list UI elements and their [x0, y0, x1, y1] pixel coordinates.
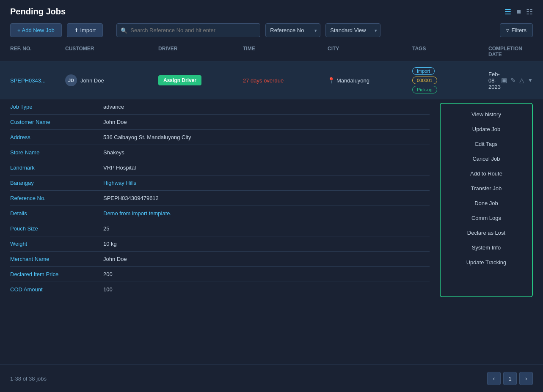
tag-000001: 000001	[412, 77, 437, 84]
label-barangay: Barangay	[10, 180, 103, 186]
value-landmark: VRP Hospital	[103, 164, 430, 171]
row-actions: ▣ ✎ △ ▼	[501, 77, 533, 84]
customer-name: John Doe	[80, 77, 104, 84]
detail-row-job-type: Job Type advance	[10, 99, 430, 115]
label-declared-item-price: Declared Item Price	[10, 271, 103, 277]
value-job-type: advance	[103, 104, 430, 110]
tag-pickup: Pick-up	[412, 86, 437, 93]
menu-item-transfer-job[interactable]: Transfer Job	[441, 181, 532, 196]
label-job-type: Job Type	[10, 104, 103, 110]
col-completion-date: Completion Date	[488, 46, 533, 58]
copy-icon[interactable]: ▣	[501, 77, 507, 84]
detail-row-barangay: Barangay Highway Hills	[10, 175, 430, 191]
chevron-down-icon[interactable]: ▼	[528, 77, 533, 83]
calendar-view-icon[interactable]: ■	[516, 7, 521, 16]
menu-item-declare-as-lost[interactable]: Declare as Lost	[441, 225, 532, 240]
label-ref-no: Reference No.	[10, 195, 103, 201]
search-input[interactable]	[116, 23, 260, 37]
value-customer-name: John Doe	[103, 119, 430, 125]
filters-button[interactable]: ▿ Filters	[500, 23, 533, 37]
label-details: Details	[10, 210, 103, 217]
menu-item-system-info[interactable]: System Info	[441, 240, 532, 255]
completion-date: Feb-08-2023	[488, 71, 501, 90]
value-address: 536 Calbayog St. Mandaluyong City	[103, 134, 430, 140]
col-ref-no: Ref. No.	[10, 46, 65, 58]
list-view-icon[interactable]: ☰	[504, 7, 511, 16]
assign-driver-button[interactable]: Assign Driver	[158, 75, 201, 85]
table-row-data: SPEPH0343... JD John Doe Assign Driver 2…	[0, 61, 543, 99]
pin-icon: 📍	[328, 77, 335, 84]
next-page-button[interactable]: ›	[519, 372, 533, 385]
value-pouch-size: 25	[103, 225, 430, 232]
menu-item-update-tracking[interactable]: Update Tracking	[441, 255, 532, 270]
table-row: SPEPH0343... JD John Doe Assign Driver 2…	[0, 61, 543, 306]
overdue-time: 27 days overdue	[243, 77, 284, 84]
label-merchant-name: Merchant Name	[10, 256, 103, 262]
customer-cell: JD John Doe	[65, 74, 158, 86]
page-header: Pending Jobs ☰ ■ ☷	[0, 0, 543, 20]
detail-row-address: Address 536 Calbayog St. Mandaluyong Cit…	[10, 130, 430, 145]
prev-page-button[interactable]: ‹	[487, 372, 501, 385]
menu-item-edit-tags[interactable]: Edit Tags	[441, 137, 532, 151]
tags-cell: Import 000001 Pick-up	[412, 67, 488, 93]
detail-row-declared-item-price: Declared Item Price 200	[10, 267, 430, 282]
label-store-name: Store Name	[10, 149, 103, 156]
add-new-job-button[interactable]: + Add New Job	[10, 23, 62, 37]
detail-row-merchant-name: Merchant Name John Doe	[10, 252, 430, 267]
detail-row-cod-amount: COD Amount 100	[10, 282, 430, 297]
col-tags: Tags	[412, 46, 488, 58]
detail-fields: Job Type advance Customer Name John Doe …	[10, 99, 440, 297]
label-landmark: Landmark	[10, 164, 103, 171]
ref-no-value[interactable]: SPEPH0343...	[10, 77, 65, 84]
map-view-icon[interactable]: ☷	[526, 7, 533, 16]
menu-item-add-to-route[interactable]: Add to Route	[441, 166, 532, 181]
value-barangay[interactable]: Highway Hills	[103, 180, 430, 186]
menu-item-cancel-job[interactable]: Cancel Job	[441, 151, 532, 166]
tag-import: Import	[412, 67, 435, 75]
label-pouch-size: Pouch Size	[10, 225, 103, 232]
menu-item-update-job[interactable]: Update Job	[441, 122, 532, 137]
detail-row-ref-no: Reference No. SPEPH034309479612	[10, 191, 430, 206]
value-merchant-name: John Doe	[103, 256, 430, 262]
jobs-count: 1-38 of 38 jobs	[10, 376, 47, 382]
footer: 1-38 of 38 jobs ‹ 1 ›	[0, 365, 543, 392]
menu-item-comm-logs[interactable]: Comm Logs	[441, 211, 532, 225]
standard-view-select-wrapper: Standard View	[325, 23, 380, 37]
reference-no-select-wrapper: Reference No	[265, 23, 320, 37]
toolbar: + Add New Job ⬆ Import 🔍 Reference No St…	[0, 20, 543, 42]
current-page: 1	[503, 372, 517, 385]
label-cod-amount: COD Amount	[10, 286, 103, 293]
label-weight: Weight	[10, 241, 103, 247]
detail-row-customer-name: Customer Name John Doe	[10, 115, 430, 130]
detail-row-store-name: Store Name Shakeys	[10, 145, 430, 160]
detail-row-landmark: Landmark VRP Hospital	[10, 160, 430, 175]
warning-icon[interactable]: △	[519, 77, 524, 84]
col-customer: Customer	[65, 46, 158, 58]
city-value: Mandaluyong	[336, 77, 369, 84]
value-ref-no: SPEPH034309479612	[103, 195, 430, 201]
reference-no-select[interactable]: Reference No	[265, 23, 320, 37]
value-store-name: Shakeys	[103, 149, 430, 156]
col-city: City	[328, 46, 412, 58]
jobs-table: Ref. No. Customer Driver Time City Tags …	[0, 42, 543, 306]
completion-date-cell: Feb-08-2023 ▣ ✎ △ ▼	[488, 71, 533, 90]
detail-row-pouch-size: Pouch Size 25	[10, 221, 430, 236]
detail-row-details: Details Demo from import template.	[10, 206, 430, 221]
col-driver: Driver	[158, 46, 243, 58]
edit-icon[interactable]: ✎	[510, 77, 516, 84]
filter-icon: ▿	[506, 27, 509, 33]
import-button[interactable]: ⬆ Import	[67, 23, 103, 37]
col-time: Time	[243, 46, 328, 58]
value-details[interactable]: Demo from import template.	[103, 210, 430, 217]
standard-view-select[interactable]: Standard View	[325, 23, 380, 37]
avatar: JD	[65, 74, 77, 86]
context-menu: View history Update Job Edit Tags Cancel…	[440, 103, 533, 297]
search-icon: 🔍	[121, 27, 127, 33]
pagination: ‹ 1 ›	[487, 372, 533, 385]
label-address: Address	[10, 134, 103, 140]
menu-item-view-history[interactable]: View history	[441, 107, 532, 122]
view-toggles: ☰ ■ ☷	[504, 7, 533, 16]
label-customer-name: Customer Name	[10, 119, 103, 125]
menu-item-done-job[interactable]: Done Job	[441, 196, 532, 211]
value-weight: 10 kg	[103, 241, 430, 247]
